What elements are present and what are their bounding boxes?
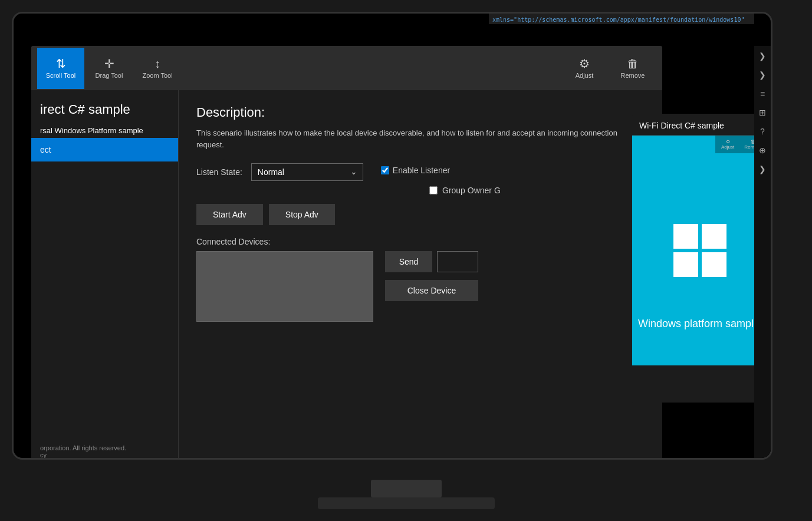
right-panel-icon-7[interactable]: ❯ bbox=[755, 162, 770, 176]
toolbar: ⇅ Scroll Tool ✛ Drag Tool ↕ Zoom Tool ⚙ … bbox=[31, 46, 662, 90]
action-buttons-row: Start Adv Stop Adv bbox=[196, 204, 645, 225]
adjust-button[interactable]: ⚙ Adjust bbox=[561, 48, 608, 89]
sidebar-copyright: orporation. All rights reserved. bbox=[40, 444, 170, 451]
content-area: Description: This scenario illustrates h… bbox=[179, 90, 662, 460]
sidebar-app-title: irect C# sample bbox=[31, 90, 178, 123]
monitor-stand-base bbox=[318, 497, 495, 509]
listen-state-select-wrapper: None Normal Intensive bbox=[251, 163, 363, 181]
enable-listener-row: Enable Listener bbox=[381, 166, 450, 175]
group-owner-checkbox[interactable] bbox=[429, 186, 438, 194]
right-panel-icon-3[interactable]: ≡ bbox=[755, 87, 770, 101]
windows-logo bbox=[670, 221, 729, 280]
start-adv-button[interactable]: Start Adv bbox=[196, 204, 263, 225]
remove-button[interactable]: 🗑 Remove bbox=[609, 48, 656, 89]
send-button[interactable]: Send bbox=[385, 251, 432, 272]
close-device-button[interactable]: Close Device bbox=[385, 280, 478, 301]
wifi-window-title: Wi-Fi Direct C# sample bbox=[632, 114, 768, 136]
listen-state-label: Listen State: bbox=[196, 167, 242, 177]
drag-tool-label: Drag Tool bbox=[96, 72, 123, 79]
wifi-adjust-button[interactable]: ⚙ Adjust bbox=[718, 138, 738, 151]
group-owner-label[interactable]: Group Owner G bbox=[442, 186, 501, 195]
code-text: xmlns="http://schemas.microsoft.com/appx… bbox=[489, 15, 748, 24]
svg-rect-1 bbox=[702, 224, 726, 249]
description-text: This scenario illustrates how to make th… bbox=[196, 127, 645, 150]
sidebar-platform-label: rsal Windows Platform sample bbox=[31, 123, 178, 138]
sidebar: irect C# sample rsal Windows Platform sa… bbox=[31, 90, 179, 460]
svg-rect-3 bbox=[702, 252, 726, 277]
wifi-platform-text: Windows platform sample bbox=[638, 318, 760, 330]
scroll-tool-button[interactable]: ⇅ Scroll Tool bbox=[37, 48, 84, 89]
zoom-tool-button[interactable]: ↕ Zoom Tool bbox=[134, 48, 181, 89]
connected-devices-list bbox=[196, 251, 373, 322]
svg-rect-0 bbox=[673, 224, 698, 249]
drag-tool-button[interactable]: ✛ Drag Tool bbox=[86, 48, 133, 89]
group-owner-row: Group Owner G bbox=[429, 186, 645, 195]
sidebar-item-selected[interactable]: ect bbox=[31, 138, 178, 161]
send-input[interactable] bbox=[437, 251, 478, 272]
main-window: ⇅ Scroll Tool ✛ Drag Tool ↕ Zoom Tool ⚙ … bbox=[31, 46, 662, 460]
right-panel-icon-5[interactable]: ? bbox=[755, 124, 770, 139]
right-panel-icon-1[interactable]: ❯ bbox=[755, 49, 770, 63]
drag-icon: ✛ bbox=[104, 58, 114, 70]
wifi-window-content: ⚙ Adjust 🗑 Remove Windows platform sampl… bbox=[632, 136, 768, 365]
wifi-adjust-label: Adjust bbox=[721, 144, 734, 150]
right-panel-icon-2[interactable]: ❯ bbox=[755, 68, 770, 82]
monitor: xmlns="http://schemas.microsoft.com/appx… bbox=[12, 12, 772, 460]
remove-label: Remove bbox=[621, 72, 645, 79]
sidebar-footer: orporation. All rights reserved. cy bbox=[31, 438, 179, 460]
scroll-icon: ⇅ bbox=[56, 58, 66, 70]
right-panel: ❯ ❯ ≡ ⊞ ? ⊕ ❯ bbox=[754, 46, 771, 460]
zoom-tool-label: Zoom Tool bbox=[142, 72, 172, 79]
code-panel: xmlns="http://schemas.microsoft.com/appx… bbox=[489, 14, 754, 24]
send-row: Send bbox=[385, 251, 478, 272]
connected-devices-label: Connected Devices: bbox=[196, 237, 645, 246]
right-panel-icon-4[interactable]: ⊞ bbox=[755, 105, 770, 120]
description-title: Description: bbox=[196, 105, 645, 120]
zoom-icon: ↕ bbox=[154, 58, 160, 70]
listen-state-select[interactable]: None Normal Intensive bbox=[251, 163, 363, 181]
wifi-direct-window: Wi-Fi Direct C# sample ⚙ Adjust 🗑 Remove bbox=[632, 114, 768, 403]
wifi-adjust-icon: ⚙ bbox=[726, 139, 730, 144]
adjust-label: Adjust bbox=[576, 72, 594, 79]
svg-rect-2 bbox=[673, 252, 698, 277]
scroll-tool-label: Scroll Tool bbox=[46, 72, 76, 79]
enable-listener-label[interactable]: Enable Listener bbox=[393, 166, 450, 175]
monitor-stand bbox=[371, 480, 442, 497]
right-panel-icon-6[interactable]: ⊕ bbox=[755, 143, 770, 157]
enable-listener-checkbox[interactable] bbox=[381, 166, 389, 174]
listen-state-row: Listen State: None Normal Intensive Enab… bbox=[196, 163, 645, 181]
adjust-icon: ⚙ bbox=[579, 58, 590, 70]
sidebar-privacy: cy bbox=[40, 451, 170, 459]
stop-adv-button[interactable]: Stop Adv bbox=[269, 204, 335, 225]
remove-icon: 🗑 bbox=[627, 58, 639, 70]
